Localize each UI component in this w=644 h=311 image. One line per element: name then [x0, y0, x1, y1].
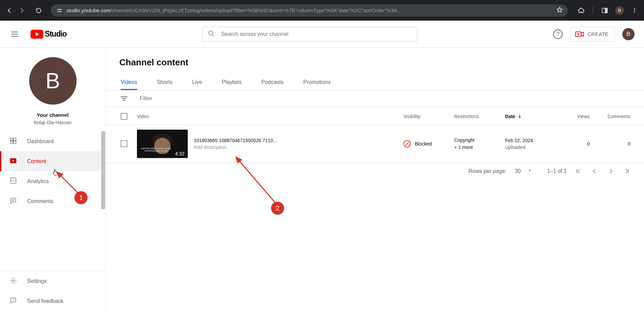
create-button-label: CREATE — [587, 31, 608, 37]
dashboard-icon — [9, 137, 17, 146]
account-avatar[interactable]: B — [622, 28, 635, 40]
analytics-icon — [9, 177, 17, 186]
feedback-icon — [9, 297, 17, 306]
sidebar-item-comments[interactable]: Comments — [0, 191, 105, 211]
restriction-more[interactable]: + 1 more — [454, 144, 505, 151]
browser-reload-button[interactable] — [33, 4, 45, 17]
video-thumbnail[interactable]: and then this is when I knew something w… — [137, 130, 188, 158]
tab-playlists[interactable]: Playlists — [222, 79, 242, 90]
sidebar-item-label: Content — [27, 158, 46, 164]
sidebar-item-label: Settings — [27, 278, 47, 284]
col-restrictions[interactable]: Restrictions — [454, 114, 505, 119]
sidebar-item-label: Dashboard — [27, 138, 54, 145]
content-icon — [9, 157, 17, 166]
site-info-icon[interactable] — [56, 7, 63, 14]
sidebar-item-label: Comments — [27, 198, 53, 204]
svg-point-7 — [634, 10, 635, 11]
search-icon — [207, 30, 215, 39]
svg-rect-15 — [14, 141, 16, 143]
filter-input[interactable] — [140, 95, 214, 102]
main-content: Channel content Videos Shorts Live Playl… — [106, 48, 644, 311]
create-icon — [575, 31, 584, 38]
pager-first-icon[interactable] — [575, 168, 582, 175]
tab-shorts[interactable]: Shorts — [157, 79, 173, 90]
dropdown-icon[interactable] — [527, 168, 532, 174]
bookmark-star-icon[interactable] — [556, 6, 563, 15]
sidebar-item-content[interactable]: Content — [0, 151, 105, 171]
rows-per-page-value[interactable]: 30 — [515, 168, 521, 174]
svg-rect-3 — [59, 11, 62, 12]
search-input[interactable] — [221, 31, 412, 37]
video-duration: 4:32 — [174, 151, 186, 157]
search-box[interactable] — [202, 27, 417, 42]
svg-point-10 — [209, 31, 213, 35]
svg-rect-13 — [14, 138, 16, 140]
browser-profile-avatar[interactable]: B — [613, 4, 626, 17]
pager-prev-icon[interactable] — [591, 168, 598, 175]
tab-podcasts[interactable]: Podcasts — [261, 79, 284, 90]
sidebar-nav: Dashboard Content Analytics Comments — [0, 131, 105, 211]
video-description-placeholder[interactable]: Add description — [194, 145, 278, 150]
gear-icon — [9, 277, 17, 286]
table-header: Video Visibility Restrictions Date Views… — [106, 107, 644, 125]
browser-menu-icon[interactable] — [628, 4, 641, 17]
browser-forward-button[interactable] — [16, 4, 28, 17]
comments-value: 0 — [590, 141, 630, 147]
page-title: Channel content — [106, 48, 644, 68]
svg-rect-12 — [11, 138, 13, 140]
browser-toolbar-right: B — [572, 4, 641, 17]
visibility-value: Blocked — [415, 141, 432, 147]
date-sub: Uploaded — [505, 145, 533, 150]
channel-name: Bolaji Ola-Hassan — [34, 120, 72, 125]
menu-icon[interactable] — [7, 27, 22, 41]
col-comments[interactable]: Comments — [590, 114, 630, 119]
create-button[interactable]: CREATE — [570, 27, 615, 41]
sidebar-scrollbar[interactable] — [101, 131, 105, 209]
sidebar-item-feedback[interactable]: Send feedback — [0, 291, 105, 311]
browser-back-button[interactable] — [3, 4, 16, 17]
views-value: 0 — [558, 141, 590, 147]
video-title[interactable]: 101803665 1088704671500526 7110… — [194, 138, 278, 143]
table-row[interactable]: and then this is when I knew something w… — [106, 125, 644, 163]
filter-icon[interactable] — [121, 96, 127, 101]
svg-point-18 — [12, 280, 14, 282]
sort-desc-icon — [517, 114, 522, 119]
svg-point-2 — [57, 11, 58, 12]
sidebar-item-analytics[interactable]: Analytics — [0, 171, 105, 191]
logo-text: Studio — [45, 29, 66, 39]
svg-point-8 — [634, 12, 635, 13]
col-video[interactable]: Video — [137, 114, 403, 119]
sidebar-item-label: Send feedback — [27, 298, 63, 304]
your-channel-label: Your channel — [37, 112, 69, 118]
pager: Rows per page: 30 1–1 of 1 — [106, 163, 644, 175]
tab-live[interactable]: Live — [192, 79, 202, 90]
restriction-main[interactable]: Copyright — [454, 137, 505, 144]
pager-next-icon[interactable] — [607, 168, 614, 175]
extensions-icon[interactable] — [575, 4, 587, 17]
tab-promotions[interactable]: Promotions — [303, 79, 331, 90]
separator — [593, 6, 593, 15]
browser-url: studio.youtube.com/channel/UCX9NYJ28_jPz… — [66, 7, 401, 13]
svg-point-6 — [634, 8, 635, 9]
col-date[interactable]: Date — [505, 114, 558, 119]
browser-omnibox[interactable]: studio.youtube.com/channel/UCX9NYJ28_jPz… — [51, 4, 568, 17]
browser-chrome: studio.youtube.com/channel/UCX9NYJ28_jPz… — [0, 0, 644, 21]
pager-last-icon[interactable] — [624, 168, 630, 175]
rows-per-page-label: Rows per page: — [468, 168, 506, 174]
youtube-studio-logo[interactable]: Studio — [31, 29, 66, 39]
svg-rect-1 — [59, 9, 62, 10]
sidebar-item-label: Analytics — [27, 178, 49, 184]
sidebar-item-dashboard[interactable]: Dashboard — [0, 131, 105, 151]
comments-icon — [9, 197, 17, 206]
row-checkbox[interactable] — [121, 140, 127, 147]
select-all-checkbox[interactable] — [121, 113, 127, 120]
col-views[interactable]: Views — [558, 114, 590, 119]
channel-avatar[interactable]: B — [29, 57, 77, 105]
date-value: Feb 22, 2024 — [505, 138, 533, 143]
sidepanel-icon[interactable] — [599, 4, 611, 17]
help-icon[interactable]: ? — [553, 29, 563, 39]
svg-point-0 — [57, 9, 58, 9]
sidebar-item-settings[interactable]: Settings — [0, 271, 105, 291]
col-visibility[interactable]: Visibility — [403, 114, 454, 119]
tab-videos[interactable]: Videos — [121, 79, 137, 90]
